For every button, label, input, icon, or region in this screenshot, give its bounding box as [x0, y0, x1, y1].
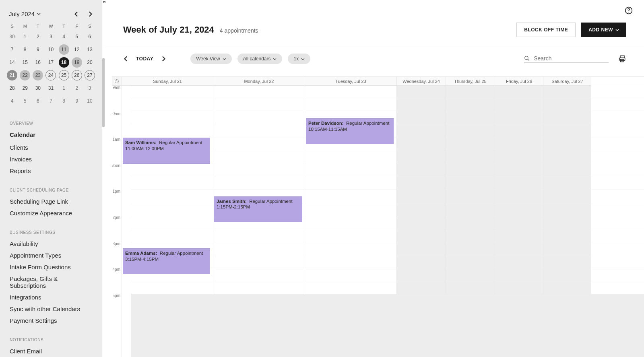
- mini-dow: M: [19, 21, 31, 31]
- add-new-label: ADD NEW: [588, 27, 613, 33]
- sidebar-section-label: CLIENT SCHEDULING PAGE: [0, 177, 102, 196]
- mini-day[interactable]: 9: [31, 44, 44, 55]
- mini-day[interactable]: 5: [19, 95, 31, 107]
- month-label-button[interactable]: July 2024: [9, 10, 41, 17]
- mini-day[interactable]: 10: [83, 95, 96, 107]
- time-header-cell: [112, 77, 122, 86]
- mini-day[interactable]: 26: [70, 70, 83, 81]
- mini-day[interactable]: 14: [6, 57, 19, 68]
- view-pill[interactable]: Week View: [190, 54, 232, 64]
- mini-day[interactable]: 1: [58, 83, 70, 94]
- sidebar-scrollbar[interactable]: [102, 58, 105, 127]
- svg-point-4: [525, 56, 528, 59]
- mini-day[interactable]: 18: [58, 57, 70, 68]
- today-button[interactable]: TODAY: [136, 56, 153, 62]
- time-label: Noon: [112, 163, 120, 167]
- mini-day[interactable]: 27: [83, 70, 96, 81]
- mini-day[interactable]: 3: [44, 31, 57, 42]
- mini-day[interactable]: 2: [70, 83, 83, 94]
- mini-day[interactable]: 8: [58, 95, 70, 107]
- sidebar-item-availability[interactable]: Availability: [0, 238, 102, 250]
- mini-day[interactable]: 2: [31, 31, 44, 42]
- mini-day[interactable]: 23: [31, 70, 44, 81]
- week-next-icon[interactable]: [161, 56, 166, 62]
- mini-day[interactable]: 11: [58, 44, 70, 55]
- appointment[interactable]: Peter Davidson: Regular Appointment10:15…: [306, 118, 394, 144]
- day-header: Thursday, Jul 25: [446, 77, 495, 86]
- sidebar-item-intake-form-questions[interactable]: Intake Form Questions: [0, 261, 102, 273]
- help-icon[interactable]: [625, 6, 633, 14]
- chevron-down-icon: [273, 57, 277, 61]
- block-off-time-button[interactable]: BLOCK OFF TIME: [516, 23, 576, 37]
- mini-day[interactable]: 1: [19, 31, 31, 42]
- sidebar-item-payment-settings[interactable]: Payment Settings: [0, 315, 102, 326]
- mini-day[interactable]: 20: [83, 57, 96, 68]
- mini-day[interactable]: 7: [44, 95, 57, 107]
- mini-dow: F: [70, 21, 83, 31]
- appointment-count: 4 appointments: [220, 27, 258, 34]
- mini-day[interactable]: 19: [70, 57, 83, 68]
- svg-point-3: [628, 12, 629, 12]
- sidebar-item-reports[interactable]: Reports: [0, 165, 102, 177]
- add-new-button[interactable]: ADD NEW: [581, 23, 626, 37]
- mini-day[interactable]: 30: [31, 83, 44, 94]
- sidebar-item-packages-gifts-subscriptions[interactable]: Packages, Gifts & Subscriptions: [0, 273, 102, 291]
- mini-day[interactable]: 5: [70, 31, 83, 42]
- mini-day[interactable]: 28: [6, 83, 19, 94]
- mini-day[interactable]: 10: [44, 44, 57, 55]
- mini-day[interactable]: 12: [70, 44, 83, 55]
- mini-day[interactable]: 25: [58, 70, 70, 81]
- appointment[interactable]: James Smith: Regular Appointment1:15PM-2…: [214, 196, 302, 223]
- calendars-pill[interactable]: All calendars: [237, 54, 283, 64]
- sidebar: July 2024 SMTWTFS 3012345678910111213141…: [0, 0, 102, 357]
- sidebar-item-customize-appearance[interactable]: Customize Appearance: [0, 207, 102, 219]
- chevron-down-icon: [223, 57, 226, 61]
- sidebar-item-clients[interactable]: Clients: [0, 142, 102, 153]
- mini-day[interactable]: 7: [6, 44, 19, 55]
- sidebar-section-label: BUSINESS SETTINGS: [0, 219, 102, 238]
- mini-day[interactable]: 21: [6, 70, 19, 81]
- time-label: 9am: [113, 85, 120, 90]
- print-icon[interactable]: [618, 55, 626, 63]
- appointment[interactable]: Sam Williams: Regular Appointment11:00AM…: [123, 138, 210, 164]
- week-prev-icon[interactable]: [123, 56, 129, 62]
- day-header: Wednesday, Jul 24: [396, 77, 446, 86]
- calendars-pill-label: All calendars: [243, 56, 271, 62]
- mini-day[interactable]: 4: [6, 95, 19, 107]
- sidebar-section-label: NOTIFICATIONS: [0, 326, 102, 345]
- main: Week of July 21, 2024 4 appointments BLO…: [105, 0, 644, 357]
- mini-day[interactable]: 16: [31, 57, 44, 68]
- sidebar-item-invoices[interactable]: Invoices: [0, 153, 102, 165]
- sidebar-item-integrations[interactable]: Integrations: [0, 291, 102, 303]
- mini-dow: T: [31, 21, 44, 31]
- day-header: Saturday, Jul 27: [543, 77, 591, 86]
- mini-day[interactable]: 22: [19, 70, 31, 81]
- mini-day[interactable]: 3: [83, 83, 96, 94]
- sidebar-item-scheduling-page-link[interactable]: Scheduling Page Link: [0, 196, 102, 207]
- search-field[interactable]: [524, 55, 609, 63]
- mini-calendar: SMTWTFS 30123456789101112131415161718192…: [0, 21, 102, 107]
- month-next-icon[interactable]: [87, 11, 93, 17]
- mini-day[interactable]: 15: [19, 57, 31, 68]
- mini-day[interactable]: 13: [83, 44, 96, 55]
- page-title: Week of July 21, 2024: [123, 25, 214, 35]
- mini-day[interactable]: 6: [31, 95, 44, 107]
- mini-day[interactable]: 6: [83, 31, 96, 42]
- sidebar-item-sync-with-other-calendars[interactable]: Sync with other Calendars: [0, 303, 102, 315]
- mini-day[interactable]: 9: [70, 95, 83, 107]
- mini-day[interactable]: 24: [44, 70, 57, 81]
- appointment[interactable]: Emma Adams: Regular Appointment3:15PM-4:…: [123, 248, 210, 274]
- mini-day[interactable]: 30: [6, 31, 19, 42]
- sidebar-section-label: OVERVIEW: [0, 107, 102, 129]
- mini-day[interactable]: 29: [19, 83, 31, 94]
- sidebar-item-client-email[interactable]: Client Email: [0, 345, 102, 357]
- sidebar-item-calendar[interactable]: Calendar: [0, 129, 102, 142]
- sidebar-item-appointment-types[interactable]: Appointment Types: [0, 250, 102, 261]
- mini-day[interactable]: 31: [44, 83, 57, 94]
- mini-day[interactable]: 8: [19, 44, 31, 55]
- month-prev-icon[interactable]: [74, 11, 79, 17]
- mini-day[interactable]: 17: [44, 57, 57, 68]
- zoom-pill[interactable]: 1x: [288, 54, 310, 64]
- search-input[interactable]: [534, 55, 609, 62]
- mini-day[interactable]: 4: [58, 31, 70, 42]
